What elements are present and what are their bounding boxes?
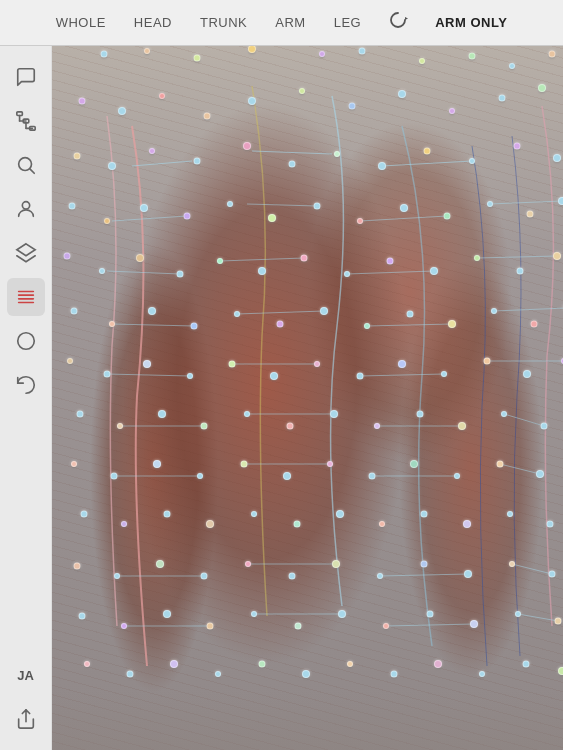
nerve-point: [177, 271, 184, 278]
nerve-point: [197, 473, 203, 479]
nerve-point: [227, 201, 233, 207]
nerve-point: [201, 573, 208, 580]
nerve-point: [410, 460, 418, 468]
nerve-point: [241, 461, 248, 468]
nerve-point: [383, 623, 389, 629]
nerve-point: [398, 360, 406, 368]
nerve-point: [217, 258, 223, 264]
nerve-point: [243, 142, 251, 150]
svg-line-9: [30, 169, 34, 173]
person-icon[interactable]: [7, 190, 45, 228]
layers-icon[interactable]: [7, 234, 45, 272]
nerve-point: [553, 252, 561, 260]
user-initials[interactable]: JA: [7, 656, 45, 694]
nerve-point: [454, 473, 460, 479]
nerve-point: [434, 660, 442, 668]
nerve-point: [334, 151, 340, 157]
nerve-point: [417, 411, 424, 418]
nerve-point: [201, 423, 208, 430]
nerve-point: [117, 423, 123, 429]
nerve-point: [347, 661, 353, 667]
nerve-point: [319, 51, 325, 57]
nav-item-head[interactable]: HEAD: [122, 9, 184, 36]
comment-icon[interactable]: [7, 58, 45, 96]
nerve-point: [499, 95, 506, 102]
nerve-point: [344, 271, 350, 277]
nerve-point: [314, 203, 321, 210]
nerve-point: [441, 371, 447, 377]
nerve-point: [259, 661, 266, 668]
nerve-point: [159, 93, 165, 99]
nerve-point: [163, 610, 171, 618]
nerve-point: [514, 143, 521, 150]
nerve-point: [507, 511, 513, 517]
nerve-point: [229, 361, 236, 368]
nerve-point: [184, 213, 191, 220]
nerve-point: [79, 613, 86, 620]
nerve-point: [294, 521, 301, 528]
nerve-point: [349, 103, 356, 110]
nerve-point: [378, 162, 386, 170]
nav-item-trunk[interactable]: TRUNK: [188, 9, 259, 36]
nerve-point: [491, 308, 497, 314]
canvas-area[interactable]: [52, 46, 563, 750]
nerve-point: [64, 253, 71, 260]
nerve-point: [109, 321, 115, 327]
nav-item-leg[interactable]: LEG: [322, 9, 374, 36]
nerve-point: [207, 623, 214, 630]
nerve-point: [336, 510, 344, 518]
nerve-point: [369, 473, 376, 480]
nerve-point: [99, 268, 105, 274]
nerve-point: [244, 411, 250, 417]
nerve-point: [118, 107, 126, 115]
nerve-point: [287, 423, 294, 430]
nerve-point: [469, 158, 475, 164]
nerve-point: [206, 520, 214, 528]
nerve-point: [143, 360, 151, 368]
hierarchy-icon[interactable]: [7, 102, 45, 140]
nerve-point: [121, 521, 127, 527]
nerve-point: [164, 511, 171, 518]
top-navigation: WHOLE HEAD TRUNK ARM LEG ARM ONLY: [0, 0, 563, 46]
nerve-point: [158, 410, 166, 418]
nerve-point: [245, 561, 251, 567]
nav-items-container: WHOLE HEAD TRUNK ARM LEG ARM ONLY: [44, 4, 520, 42]
nerve-point: [148, 307, 156, 315]
nerve-point: [427, 611, 434, 618]
filter-icon[interactable]: [7, 278, 45, 316]
nerve-point: [283, 472, 291, 480]
nerve-point: [248, 97, 256, 105]
nerve-point: [295, 623, 302, 630]
nerve-point: [497, 461, 504, 468]
nerve-point: [191, 323, 198, 330]
nav-item-arm-only[interactable]: ARM ONLY: [423, 9, 519, 36]
nerve-point: [299, 88, 305, 94]
nerve-point: [484, 358, 491, 365]
nav-item-arm[interactable]: ARM: [263, 9, 317, 36]
nerve-point: [458, 422, 466, 430]
nerve-point: [523, 370, 531, 378]
nerve-point: [515, 611, 521, 617]
nerve-point: [487, 201, 493, 207]
nerve-point: [479, 671, 485, 677]
nerve-point: [108, 162, 116, 170]
nerve-point: [421, 511, 428, 518]
nerve-point: [104, 218, 110, 224]
undo-icon[interactable]: [7, 366, 45, 404]
nerve-point: [153, 460, 161, 468]
svg-marker-11: [16, 244, 34, 256]
nerve-point: [379, 521, 385, 527]
nerve-point: [74, 153, 81, 160]
circle-icon[interactable]: [7, 322, 45, 360]
rotate-button[interactable]: [377, 4, 419, 42]
nerve-point: [215, 671, 221, 677]
nerve-point: [330, 410, 338, 418]
nerve-point: [527, 211, 534, 218]
nerve-point: [127, 671, 134, 678]
nerve-point: [421, 561, 428, 568]
nav-item-whole[interactable]: WHOLE: [44, 9, 118, 36]
nerve-point: [170, 660, 178, 668]
search-icon[interactable]: [7, 146, 45, 184]
bottom-share-icon[interactable]: [7, 700, 45, 738]
nerve-point: [374, 423, 380, 429]
